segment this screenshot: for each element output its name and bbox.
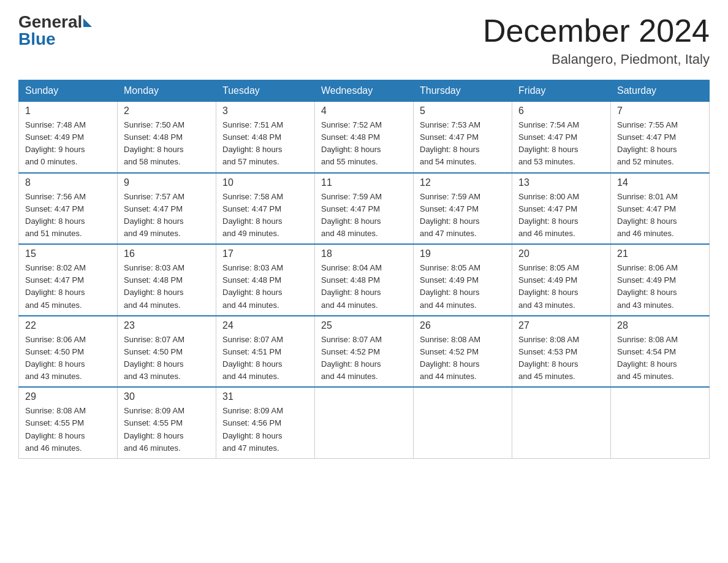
calendar-cell: 14 Sunrise: 8:01 AMSunset: 4:47 PMDaylig… [611, 173, 710, 245]
calendar-cell: 1 Sunrise: 7:48 AMSunset: 4:49 PMDayligh… [19, 102, 118, 173]
day-detail: Sunrise: 8:08 AMSunset: 4:54 PMDaylight:… [617, 334, 703, 383]
calendar-cell: 27 Sunrise: 8:08 AMSunset: 4:53 PMDaylig… [512, 316, 611, 388]
calendar-cell [414, 387, 512, 458]
calendar-cell: 18 Sunrise: 8:04 AMSunset: 4:48 PMDaylig… [315, 244, 414, 316]
day-number: 8 [25, 177, 111, 188]
page-header: General Blue December 2024 Balangero, Pi… [18, 12, 710, 67]
day-number: 15 [25, 248, 111, 259]
calendar-cell: 6 Sunrise: 7:54 AMSunset: 4:47 PMDayligh… [512, 102, 611, 173]
calendar-cell [315, 387, 414, 458]
col-wednesday: Wednesday [315, 80, 414, 102]
logo-blue-text: Blue [18, 29, 56, 49]
calendar-cell: 10 Sunrise: 7:58 AMSunset: 4:47 PMDaylig… [216, 173, 315, 245]
col-tuesday: Tuesday [216, 80, 315, 102]
day-number: 21 [617, 248, 703, 259]
day-detail: Sunrise: 7:56 AMSunset: 4:47 PMDaylight:… [25, 191, 111, 240]
col-saturday: Saturday [611, 80, 710, 102]
calendar-cell: 16 Sunrise: 8:03 AMSunset: 4:48 PMDaylig… [118, 244, 216, 316]
day-number: 20 [518, 248, 604, 259]
calendar-header-row: Sunday Monday Tuesday Wednesday Thursday… [19, 80, 710, 102]
day-detail: Sunrise: 8:03 AMSunset: 4:48 PMDaylight:… [124, 262, 210, 312]
calendar-cell: 22 Sunrise: 8:06 AMSunset: 4:50 PMDaylig… [19, 316, 118, 388]
day-number: 4 [321, 105, 407, 117]
day-number: 3 [222, 105, 308, 117]
day-number: 10 [222, 177, 308, 188]
day-detail: Sunrise: 8:08 AMSunset: 4:52 PMDaylight:… [420, 334, 506, 383]
day-number: 7 [617, 105, 703, 117]
calendar-cell: 3 Sunrise: 7:51 AMSunset: 4:48 PMDayligh… [216, 102, 315, 173]
day-number: 5 [420, 105, 506, 117]
day-detail: Sunrise: 7:52 AMSunset: 4:48 PMDaylight:… [321, 119, 407, 169]
calendar-cell: 5 Sunrise: 7:53 AMSunset: 4:47 PMDayligh… [414, 102, 512, 173]
day-number: 28 [617, 320, 703, 331]
day-number: 26 [420, 320, 506, 331]
day-detail: Sunrise: 8:03 AMSunset: 4:48 PMDaylight:… [222, 262, 308, 312]
location: Balangero, Piedmont, Italy [483, 52, 710, 67]
day-detail: Sunrise: 8:07 AMSunset: 4:52 PMDaylight:… [321, 334, 407, 383]
day-detail: Sunrise: 7:59 AMSunset: 4:47 PMDaylight:… [420, 191, 506, 240]
calendar-week-row: 1 Sunrise: 7:48 AMSunset: 4:49 PMDayligh… [19, 102, 710, 173]
day-detail: Sunrise: 7:57 AMSunset: 4:47 PMDaylight:… [124, 191, 210, 240]
calendar-cell: 19 Sunrise: 8:05 AMSunset: 4:49 PMDaylig… [414, 244, 512, 316]
day-number: 25 [321, 320, 407, 331]
day-detail: Sunrise: 8:06 AMSunset: 4:50 PMDaylight:… [25, 334, 111, 383]
day-number: 11 [321, 177, 407, 188]
calendar-week-row: 8 Sunrise: 7:56 AMSunset: 4:47 PMDayligh… [19, 173, 710, 245]
calendar-cell [611, 387, 710, 458]
day-number: 29 [25, 391, 111, 402]
day-number: 12 [420, 177, 506, 188]
day-detail: Sunrise: 7:59 AMSunset: 4:47 PMDaylight:… [321, 191, 407, 240]
day-detail: Sunrise: 8:06 AMSunset: 4:49 PMDaylight:… [617, 262, 703, 312]
day-number: 19 [420, 248, 506, 259]
calendar-cell: 25 Sunrise: 8:07 AMSunset: 4:52 PMDaylig… [315, 316, 414, 388]
calendar-cell [512, 387, 611, 458]
day-number: 27 [518, 320, 604, 331]
day-number: 31 [222, 391, 308, 402]
day-number: 9 [124, 177, 210, 188]
calendar-cell: 21 Sunrise: 8:06 AMSunset: 4:49 PMDaylig… [611, 244, 710, 316]
calendar-cell: 28 Sunrise: 8:08 AMSunset: 4:54 PMDaylig… [611, 316, 710, 388]
day-number: 30 [124, 391, 210, 402]
calendar-cell: 13 Sunrise: 8:00 AMSunset: 4:47 PMDaylig… [512, 173, 611, 245]
logo-arrow-icon [83, 18, 92, 27]
day-detail: Sunrise: 8:04 AMSunset: 4:48 PMDaylight:… [321, 262, 407, 312]
calendar-cell: 9 Sunrise: 7:57 AMSunset: 4:47 PMDayligh… [118, 173, 216, 245]
calendar-week-row: 15 Sunrise: 8:02 AMSunset: 4:47 PMDaylig… [19, 244, 710, 316]
day-detail: Sunrise: 8:09 AMSunset: 4:56 PMDaylight:… [222, 405, 308, 454]
title-block: December 2024 Balangero, Piedmont, Italy [483, 12, 710, 67]
day-detail: Sunrise: 8:08 AMSunset: 4:53 PMDaylight:… [518, 334, 604, 383]
day-detail: Sunrise: 7:54 AMSunset: 4:47 PMDaylight:… [518, 119, 604, 169]
day-detail: Sunrise: 8:08 AMSunset: 4:55 PMDaylight:… [25, 405, 111, 454]
day-detail: Sunrise: 7:50 AMSunset: 4:48 PMDaylight:… [124, 119, 210, 169]
day-detail: Sunrise: 8:01 AMSunset: 4:47 PMDaylight:… [617, 191, 703, 240]
col-sunday: Sunday [19, 80, 118, 102]
day-detail: Sunrise: 8:05 AMSunset: 4:49 PMDaylight:… [518, 262, 604, 312]
day-detail: Sunrise: 8:09 AMSunset: 4:55 PMDaylight:… [124, 405, 210, 454]
calendar-week-row: 22 Sunrise: 8:06 AMSunset: 4:50 PMDaylig… [19, 316, 710, 388]
day-number: 13 [518, 177, 604, 188]
day-detail: Sunrise: 8:07 AMSunset: 4:51 PMDaylight:… [222, 334, 308, 383]
day-number: 2 [124, 105, 210, 117]
day-number: 22 [25, 320, 111, 331]
day-number: 17 [222, 248, 308, 259]
calendar-cell: 23 Sunrise: 8:07 AMSunset: 4:50 PMDaylig… [118, 316, 216, 388]
day-number: 14 [617, 177, 703, 188]
calendar-cell: 30 Sunrise: 8:09 AMSunset: 4:55 PMDaylig… [118, 387, 216, 458]
day-detail: Sunrise: 8:02 AMSunset: 4:47 PMDaylight:… [25, 262, 111, 312]
calendar-cell: 2 Sunrise: 7:50 AMSunset: 4:48 PMDayligh… [118, 102, 216, 173]
day-number: 16 [124, 248, 210, 259]
calendar-cell: 17 Sunrise: 8:03 AMSunset: 4:48 PMDaylig… [216, 244, 315, 316]
day-detail: Sunrise: 8:07 AMSunset: 4:50 PMDaylight:… [124, 334, 210, 383]
calendar-cell: 24 Sunrise: 8:07 AMSunset: 4:51 PMDaylig… [216, 316, 315, 388]
calendar-cell: 29 Sunrise: 8:08 AMSunset: 4:55 PMDaylig… [19, 387, 118, 458]
calendar-cell: 31 Sunrise: 8:09 AMSunset: 4:56 PMDaylig… [216, 387, 315, 458]
calendar-week-row: 29 Sunrise: 8:08 AMSunset: 4:55 PMDaylig… [19, 387, 710, 458]
calendar-cell: 8 Sunrise: 7:56 AMSunset: 4:47 PMDayligh… [19, 173, 118, 245]
col-friday: Friday [512, 80, 611, 102]
calendar-cell: 11 Sunrise: 7:59 AMSunset: 4:47 PMDaylig… [315, 173, 414, 245]
day-number: 24 [222, 320, 308, 331]
day-detail: Sunrise: 7:51 AMSunset: 4:48 PMDaylight:… [222, 119, 308, 169]
calendar-table: Sunday Monday Tuesday Wednesday Thursday… [18, 80, 710, 459]
day-detail: Sunrise: 7:53 AMSunset: 4:47 PMDaylight:… [420, 119, 506, 169]
calendar-cell: 4 Sunrise: 7:52 AMSunset: 4:48 PMDayligh… [315, 102, 414, 173]
